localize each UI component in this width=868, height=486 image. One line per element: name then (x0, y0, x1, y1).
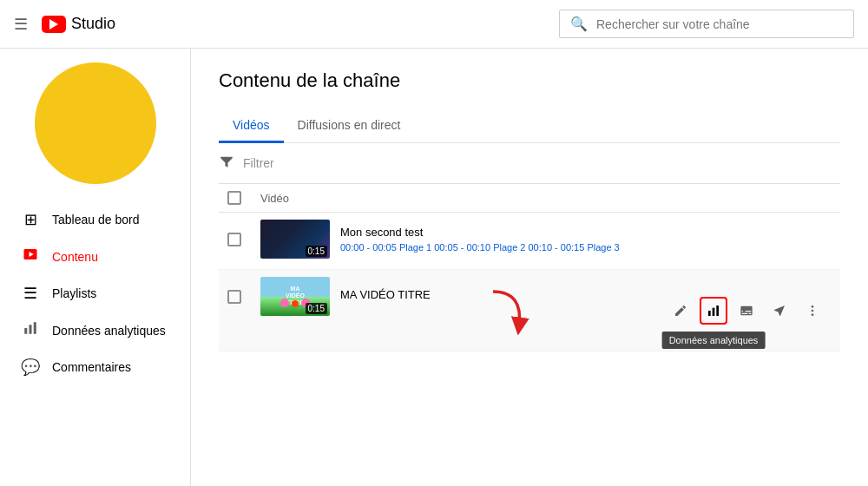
sidebar-item-playlists[interactable]: ☰ Playlists (0, 275, 190, 312)
tab-live[interactable]: Diffusions en direct (284, 109, 415, 143)
logo-text: Studio (71, 15, 115, 33)
avatar (35, 62, 156, 184)
analytics-icon (21, 320, 40, 340)
nav-items: ⊞ Tableau de bord Contenu ☰ Playlists Do… (0, 201, 190, 385)
table-header: Vidéo (219, 184, 840, 213)
video-thumbnail-2: MAVIDÉOTITRE 0:15 (260, 277, 330, 316)
video-column-header: Vidéo (260, 192, 289, 205)
row-checkbox-2[interactable] (219, 290, 250, 304)
video-info-1: Mon second test 00:00 - 00:05 Plage 1 00… (340, 226, 840, 253)
header-checkbox[interactable] (219, 191, 250, 205)
layout: ⊞ Tableau de bord Contenu ☰ Playlists Do… (0, 49, 868, 486)
dashboard-icon: ⊞ (21, 210, 40, 229)
sidebar-item-label: Contenu (52, 250, 98, 264)
svg-point-8 (812, 305, 814, 308)
svg-rect-5 (708, 311, 711, 316)
video-duration-2: 0:15 (306, 303, 327, 314)
video-title-1: Mon second test (340, 226, 840, 239)
comments-icon: 💬 (21, 358, 40, 377)
sidebar-item-analytics[interactable]: Données analytiques (0, 312, 190, 349)
playlists-icon: ☰ (21, 284, 40, 303)
header-left: ☰ Studio (14, 15, 115, 34)
main-content: Contenu de la chaîne Vidéos Diffusions e… (191, 49, 868, 486)
subtitles-button[interactable] (733, 297, 760, 325)
video-duration-1: 0:15 (306, 246, 327, 257)
svg-rect-2 (24, 328, 27, 334)
sidebar-item-label: Playlists (52, 286, 96, 300)
content-icon (21, 246, 40, 266)
menu-icon[interactable]: ☰ (14, 15, 28, 34)
row-actions: Données analytiques (667, 297, 826, 325)
analytics-button-wrapper: Données analytiques (700, 297, 727, 325)
svg-rect-3 (30, 325, 32, 334)
filter-text: Filtrer (243, 156, 274, 170)
sidebar-item-content[interactable]: Contenu (0, 238, 190, 275)
youtube-icon (42, 16, 66, 33)
page-title: Contenu de la chaîne (219, 69, 840, 92)
svg-rect-4 (34, 322, 36, 334)
svg-point-10 (812, 313, 814, 316)
search-icon: 🔍 (570, 16, 588, 32)
analytics-tooltip: Données analytiques (662, 332, 766, 349)
table-row: 0:15 Mon second test 00:00 - 00:05 Plage… (219, 213, 840, 270)
sidebar-item-comments[interactable]: 💬 Commentaires (0, 349, 190, 385)
select-all-checkbox[interactable] (227, 191, 241, 205)
header: ☰ Studio 🔍 (0, 0, 868, 49)
more-options-button[interactable] (799, 297, 826, 325)
table-row: MAVIDÉOTITRE 0:15 MA VIDÉO TITRE (219, 270, 840, 351)
sidebar-item-label: Tableau de bord (52, 213, 139, 227)
edit-button[interactable] (667, 297, 694, 325)
sidebar-item-label: Données analytiques (52, 324, 166, 338)
svg-rect-7 (716, 305, 719, 316)
filter-bar: Filtrer (219, 143, 840, 184)
search-bar: 🔍 (559, 10, 854, 38)
youtube-view-button[interactable] (766, 297, 793, 325)
row2-checkbox[interactable] (227, 290, 241, 304)
logo: Studio (42, 15, 115, 33)
filter-icon (219, 154, 234, 173)
svg-rect-6 (713, 308, 715, 316)
tab-videos[interactable]: Vidéos (219, 109, 284, 143)
row-checkbox-1[interactable] (219, 233, 250, 246)
row1-checkbox[interactable] (227, 233, 241, 246)
video-chapters-1: 00:00 - 00:05 Plage 1 00:05 - 00:10 Plag… (340, 242, 840, 253)
sidebar: ⊞ Tableau de bord Contenu ☰ Playlists Do… (0, 49, 191, 486)
analytics-button[interactable] (700, 297, 727, 325)
sidebar-item-label: Commentaires (52, 360, 131, 374)
search-input[interactable] (596, 17, 843, 31)
video-thumbnail-1: 0:15 (260, 220, 330, 259)
tabs: Vidéos Diffusions en direct (219, 109, 840, 143)
sidebar-item-dashboard[interactable]: ⊞ Tableau de bord (0, 201, 190, 238)
svg-point-9 (812, 310, 814, 312)
